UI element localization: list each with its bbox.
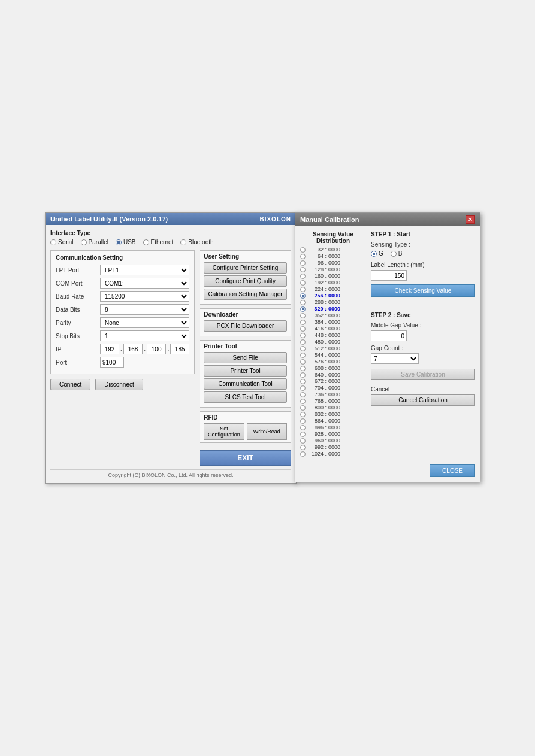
sensing-radio-160[interactable] [300, 274, 306, 279]
slcs-test-btn[interactable]: SLCS Test Tool [204, 391, 287, 403]
sensing-type-b[interactable]: B [391, 250, 403, 257]
disconnect-button[interactable]: Disconnect [95, 379, 143, 390]
pcx-downloader-btn[interactable]: PCX File Downloader [204, 320, 287, 332]
sensing-row-384[interactable]: 384 :0000 [300, 319, 366, 325]
calibration-manager-btn[interactable]: Calibration Setting Manager [204, 289, 287, 300]
sensing-radio-544[interactable] [300, 353, 306, 358]
parallel-radio[interactable] [81, 239, 87, 245]
sensing-row-832[interactable]: 832 :0000 [300, 411, 366, 417]
ip-seg-2[interactable] [123, 344, 143, 354]
sensing-radio-480[interactable] [300, 339, 306, 345]
connect-button[interactable]: Connect [50, 379, 90, 390]
sensing-row-896[interactable]: 896 :0000 [300, 424, 366, 430]
send-file-btn[interactable]: Send File [204, 352, 287, 363]
sensing-row-32[interactable]: 32 :0000 [300, 247, 366, 253]
sensing-radio-800[interactable] [300, 405, 306, 411]
comm-tool-btn[interactable]: Communication Tool [204, 378, 287, 390]
calib-close-button[interactable]: ✕ [466, 215, 475, 224]
sensing-radio-192[interactable] [300, 280, 306, 286]
interface-parallel[interactable]: Parallel [81, 239, 108, 245]
sensing-radio-608[interactable] [300, 366, 306, 371]
sensing-row-192[interactable]: 192 :0000 [300, 280, 366, 286]
sensing-radio-896[interactable] [300, 425, 306, 430]
sensing-row-960[interactable]: 960 :0000 [300, 438, 366, 444]
printer-tool-btn[interactable]: Printer Tool [204, 365, 287, 377]
sensing-row-416[interactable]: 416 :0000 [300, 326, 366, 332]
sensing-row-448[interactable]: 448 :0000 [300, 332, 366, 338]
sensing-row-96[interactable]: 96 :0000 [300, 260, 366, 266]
sensing-radio-128[interactable] [300, 267, 306, 272]
interface-bluetooth[interactable]: Bluetooth [180, 239, 213, 245]
sensing-row-576[interactable]: 576 :0000 [300, 359, 366, 365]
sensing-type-g[interactable]: G [371, 250, 383, 257]
set-config-btn[interactable]: Set Configuration [204, 423, 244, 440]
sensing-radio-64[interactable] [300, 254, 306, 259]
lpt-port-input[interactable]: LPT1: [100, 265, 189, 275]
sensing-radio-256[interactable] [300, 293, 306, 299]
sensing-radio-512[interactable] [300, 346, 306, 351]
sensing-radio-32[interactable] [300, 247, 306, 253]
sensing-radio-640[interactable] [300, 372, 306, 378]
configure-quality-btn[interactable]: Configure Print Quality [204, 275, 287, 287]
sensing-row-256[interactable]: 256 :0000 [300, 293, 366, 299]
sensing-radio-704[interactable] [300, 385, 306, 391]
sensing-row-992[interactable]: 992 :0000 [300, 444, 366, 450]
sensing-row-736[interactable]: 736 :0000 [300, 391, 366, 397]
sensing-row-352[interactable]: 352 :0000 [300, 312, 366, 318]
sensing-row-320[interactable]: 320 :0000 [300, 306, 366, 312]
serial-radio[interactable] [50, 239, 56, 245]
sensing-row-768[interactable]: 768 :0000 [300, 398, 366, 404]
sensing-b-radio[interactable] [391, 251, 397, 257]
ip-seg-1[interactable] [100, 344, 119, 354]
com-port-input[interactable]: COM1: [100, 278, 189, 289]
sensing-radio-576[interactable] [300, 359, 306, 365]
data-bits-input[interactable]: 8 [100, 304, 189, 315]
gap-count-select[interactable]: 7 1 2 3 4 5 6 8 [371, 353, 419, 364]
sensing-row-864[interactable]: 864 :0000 [300, 418, 366, 424]
middle-gap-input[interactable] [371, 330, 407, 341]
check-sensing-btn[interactable]: Check Sensing Value [371, 284, 475, 297]
sensing-row-608[interactable]: 608 :0000 [300, 365, 366, 371]
interface-ethernet[interactable]: Ethernet [143, 239, 174, 245]
sensing-row-288[interactable]: 288 :0000 [300, 299, 366, 305]
sensing-row-1024[interactable]: 1024 :0000 [300, 451, 366, 457]
sensing-radio-928[interactable] [300, 432, 306, 437]
sensing-radio-960[interactable] [300, 438, 306, 444]
bluetooth-radio[interactable] [180, 239, 186, 245]
sensing-g-radio[interactable] [371, 251, 377, 257]
sensing-radio-448[interactable] [300, 333, 306, 338]
sensing-radio-768[interactable] [300, 399, 306, 404]
interface-usb[interactable]: USB [116, 239, 136, 245]
sensing-radio-1024[interactable] [300, 451, 306, 457]
port-input[interactable] [100, 357, 124, 368]
ip-seg-4[interactable] [170, 344, 189, 354]
sensing-radio-384[interactable] [300, 320, 306, 325]
cancel-calibration-btn[interactable]: Cancel Calibration [371, 394, 475, 406]
ethernet-radio[interactable] [143, 239, 149, 245]
sensing-row-224[interactable]: 224 :0000 [300, 286, 366, 292]
sensing-radio-416[interactable] [300, 326, 306, 332]
sensing-radio-832[interactable] [300, 412, 306, 417]
write-read-btn[interactable]: Write/Read [247, 423, 287, 440]
sensing-row-672[interactable]: 672 :0000 [300, 378, 366, 384]
close-calib-btn[interactable]: CLOSE [430, 464, 475, 477]
save-calibration-btn[interactable]: Save Calibration [371, 369, 475, 380]
configure-printer-btn[interactable]: Configure Printer Setting [204, 262, 287, 274]
sensing-row-160[interactable]: 160 :0000 [300, 273, 366, 279]
sensing-row-928[interactable]: 928 :0000 [300, 431, 366, 437]
ip-seg-3[interactable] [147, 344, 166, 354]
sensing-radio-992[interactable] [300, 445, 306, 450]
usb-radio[interactable] [116, 239, 122, 245]
parity-input[interactable]: None [100, 317, 189, 328]
sensing-row-512[interactable]: 512 :0000 [300, 345, 366, 351]
baud-rate-input[interactable]: 115200 [100, 291, 189, 302]
sensing-row-544[interactable]: 544 :0000 [300, 352, 366, 358]
exit-button[interactable]: EXIT [200, 450, 291, 466]
stop-bits-input[interactable]: 1 [100, 330, 189, 341]
sensing-radio-96[interactable] [300, 260, 306, 266]
sensing-row-704[interactable]: 704 :0000 [300, 385, 366, 391]
sensing-radio-288[interactable] [300, 300, 306, 305]
sensing-row-128[interactable]: 128 :0000 [300, 266, 366, 272]
sensing-row-64[interactable]: 64 :0000 [300, 253, 366, 259]
sensing-radio-224[interactable] [300, 287, 306, 292]
